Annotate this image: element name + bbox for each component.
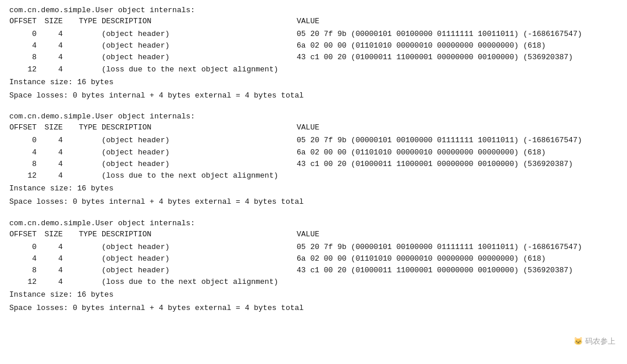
header-size: SIZE xyxy=(41,16,67,27)
space-losses: Space losses: 0 bytes internal + 4 bytes… xyxy=(9,302,618,315)
cell-desc: (object header) xyxy=(99,242,297,253)
app-container: com.cn.demo.simple.User object internals… xyxy=(9,6,618,315)
instance-size: Instance size: 16 bytes xyxy=(9,183,618,195)
header-type: TYPE xyxy=(67,16,99,27)
table-row: 04(object header)05 20 7f 9b (00000101 0… xyxy=(9,28,618,40)
header-type: TYPE xyxy=(67,122,99,134)
cell-desc: (object header) xyxy=(99,147,297,158)
block-title: com.cn.demo.simple.User object internals… xyxy=(9,219,618,228)
table-row: 124(loss due to the next object alignmen… xyxy=(9,64,618,75)
block-3: com.cn.demo.simple.User object internals… xyxy=(9,219,618,315)
cell-size: 4 xyxy=(41,64,67,75)
cell-desc: (object header) xyxy=(99,158,297,170)
space-losses: Space losses: 0 bytes internal + 4 bytes… xyxy=(9,90,618,102)
cell-type xyxy=(67,28,99,40)
cell-value: 6a 02 00 00 (01101010 00000010 00000000 … xyxy=(297,253,618,265)
table-row: 44(object header)6a 02 00 00 (01101010 0… xyxy=(9,147,618,158)
cell-desc: (object header) xyxy=(99,253,297,265)
cell-size: 4 xyxy=(41,52,67,63)
cell-type xyxy=(67,52,99,63)
cell-type xyxy=(67,147,99,158)
cell-value: 05 20 7f 9b (00000101 00100000 01111111 … xyxy=(297,28,618,40)
header-type: TYPE xyxy=(67,229,99,240)
cell-desc: (object header) xyxy=(99,52,297,63)
cell-type xyxy=(67,242,99,253)
cell-desc: (object header) xyxy=(99,135,297,146)
cell-size: 4 xyxy=(41,253,67,265)
header-value: VALUE xyxy=(297,122,618,134)
header-desc: DESCRIPTION xyxy=(99,16,297,27)
header-offset: OFFSET xyxy=(9,229,41,240)
cell-desc: (object header) xyxy=(99,40,297,52)
table-row: 04(object header)05 20 7f 9b (00000101 0… xyxy=(9,242,618,253)
cell-value xyxy=(297,276,618,288)
block-1: com.cn.demo.simple.User object internals… xyxy=(9,6,618,102)
header-value: VALUE xyxy=(297,229,618,240)
header-size: SIZE xyxy=(41,229,67,240)
table-row: 84(object header)43 c1 00 20 (01000011 1… xyxy=(9,265,618,276)
cell-type xyxy=(67,265,99,276)
cell-offset: 4 xyxy=(9,147,41,158)
cell-size: 4 xyxy=(41,276,67,288)
cell-offset: 4 xyxy=(9,253,41,265)
cell-offset: 12 xyxy=(9,170,41,182)
cell-value: 6a 02 00 00 (01101010 00000010 00000000 … xyxy=(297,40,618,52)
cell-size: 4 xyxy=(41,242,67,253)
cell-value: 05 20 7f 9b (00000101 00100000 01111111 … xyxy=(297,135,618,146)
cell-type xyxy=(67,170,99,182)
cell-type xyxy=(67,135,99,146)
watermark: 🐱 码农参上 xyxy=(574,336,615,347)
cell-value: 05 20 7f 9b (00000101 00100000 01111111 … xyxy=(297,242,618,253)
cell-offset: 8 xyxy=(9,52,41,63)
table-row: 44(object header)6a 02 00 00 (01101010 0… xyxy=(9,253,618,265)
table-row: 04(object header)05 20 7f 9b (00000101 0… xyxy=(9,135,618,146)
table-row: 124(loss due to the next object alignmen… xyxy=(9,170,618,182)
table-row: 84(object header)43 c1 00 20 (01000011 1… xyxy=(9,52,618,63)
cell-type xyxy=(67,276,99,288)
cell-desc: (object header) xyxy=(99,265,297,276)
cell-type xyxy=(67,64,99,75)
instance-size: Instance size: 16 bytes xyxy=(9,77,618,89)
cell-offset: 8 xyxy=(9,265,41,276)
cell-value: 43 c1 00 20 (01000011 11000001 00000000 … xyxy=(297,52,618,63)
table-row: 124(loss due to the next object alignmen… xyxy=(9,276,618,288)
cell-desc: (loss due to the next object alignment) xyxy=(99,170,297,182)
cell-offset: 12 xyxy=(9,276,41,288)
cell-desc: (loss due to the next object alignment) xyxy=(99,276,297,288)
cell-type xyxy=(67,253,99,265)
table-header: OFFSETSIZETYPEDESCRIPTIONVALUE xyxy=(9,16,618,27)
cell-type xyxy=(67,158,99,170)
header-desc: DESCRIPTION xyxy=(99,229,297,240)
cell-size: 4 xyxy=(41,265,67,276)
block-title: com.cn.demo.simple.User object internals… xyxy=(9,6,618,15)
cell-offset: 0 xyxy=(9,28,41,40)
cell-offset: 0 xyxy=(9,242,41,253)
cell-value: 6a 02 00 00 (01101010 00000010 00000000 … xyxy=(297,147,618,158)
header-desc: DESCRIPTION xyxy=(99,122,297,134)
cell-type xyxy=(67,40,99,52)
cell-offset: 0 xyxy=(9,135,41,146)
cell-size: 4 xyxy=(41,40,67,52)
table-header: OFFSETSIZETYPEDESCRIPTIONVALUE xyxy=(9,229,618,240)
cell-desc: (object header) xyxy=(99,28,297,40)
cell-offset: 12 xyxy=(9,64,41,75)
cell-size: 4 xyxy=(41,147,67,158)
cell-size: 4 xyxy=(41,28,67,40)
header-size: SIZE xyxy=(41,122,67,134)
block-2: com.cn.demo.simple.User object internals… xyxy=(9,112,618,208)
header-value: VALUE xyxy=(297,16,618,27)
block-title: com.cn.demo.simple.User object internals… xyxy=(9,112,618,121)
cell-value: 43 c1 00 20 (01000011 11000001 00000000 … xyxy=(297,158,618,170)
instance-size: Instance size: 16 bytes xyxy=(9,289,618,301)
cell-size: 4 xyxy=(41,135,67,146)
cell-offset: 4 xyxy=(9,40,41,52)
cell-desc: (loss due to the next object alignment) xyxy=(99,64,297,75)
cell-value xyxy=(297,64,618,75)
cell-size: 4 xyxy=(41,158,67,170)
cell-value: 43 c1 00 20 (01000011 11000001 00000000 … xyxy=(297,265,618,276)
cell-value xyxy=(297,170,618,182)
cell-offset: 8 xyxy=(9,158,41,170)
header-offset: OFFSET xyxy=(9,122,41,134)
space-losses: Space losses: 0 bytes internal + 4 bytes… xyxy=(9,196,618,208)
table-row: 44(object header)6a 02 00 00 (01101010 0… xyxy=(9,40,618,52)
